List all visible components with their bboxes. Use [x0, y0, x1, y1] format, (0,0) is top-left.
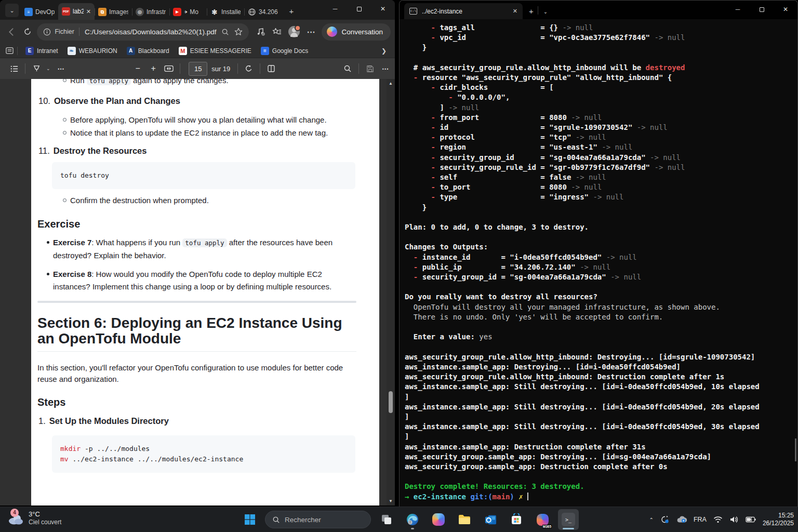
terminal-title-bar: c:\ ../ec2-instance ✕ + ⌄ ─ ✕ — [400, 1, 797, 19]
scrollbar-thumb[interactable] — [389, 391, 393, 413]
tab-label: lab2 — [73, 8, 84, 15]
save-icon[interactable] — [362, 61, 378, 76]
volume-icon[interactable] — [729, 515, 739, 524]
terminal-text-run: -> null — [654, 33, 685, 42]
onedrive-icon[interactable] — [676, 516, 687, 523]
info-icon[interactable] — [43, 28, 51, 36]
back-button[interactable] — [4, 24, 20, 39]
terminal-line: Enter a value: yes — [405, 332, 797, 342]
settings-more-icon[interactable]: ⋯ — [307, 27, 315, 37]
taskbar-terminal-icon[interactable]: >_ — [558, 509, 579, 530]
browser-tab-youtube[interactable]: ▶ 🕩 Mo — [169, 4, 207, 20]
terminal-text-run: -> null — [576, 133, 606, 141]
terminal-line: - vpc_id = "vpc-0c3ae3775e62f7846" -> nu… — [405, 33, 797, 43]
browser-tab-installer[interactable]: ✻ Installe — [207, 4, 244, 20]
pdf-more-icon[interactable]: ⋯ — [382, 65, 389, 73]
taskbar-copilot-icon[interactable] — [428, 509, 449, 530]
zoom-out-icon[interactable]: − — [130, 61, 145, 76]
scroll-up-arrow[interactable]: ▲ — [387, 81, 395, 86]
close-button[interactable]: ✕ — [371, 0, 395, 18]
terminal-text-run: ) — [510, 493, 518, 501]
pdf-scrollbar[interactable]: ▲ ▼ — [387, 79, 395, 506]
doc-numbered-heading: 11.Destroy the Resources — [38, 144, 356, 157]
bookmark-intranet[interactable]: E Intranet — [21, 45, 63, 57]
terminal-line: OpenTofu will destroy all your managed i… — [405, 302, 797, 312]
scroll-down-arrow[interactable]: ▼ — [387, 499, 395, 503]
page-number-input[interactable]: 15 — [189, 62, 207, 76]
address-url[interactable]: C:/Users/oisas/Downloads/lab2%20(1).pdf — [85, 28, 221, 36]
toolbar-icons: ⋯ — [256, 26, 315, 37]
taskbar-m365-icon[interactable]: M365 — [532, 509, 553, 530]
tab-label: 34.206. — [259, 8, 278, 16]
collections-favorites-icon[interactable] — [272, 27, 282, 36]
taskbar-clock[interactable]: 15:25 26/12/2025 — [763, 512, 794, 527]
code-line: mkdir -p ../../modules — [60, 444, 347, 454]
taskbar-store-icon[interactable] — [506, 509, 527, 530]
terminal-line: - security_group_id = "sg-004ea7a66a1a79… — [405, 272, 797, 282]
taskbar-outlook-icon[interactable] — [480, 509, 501, 530]
bookmark-webaurion[interactable]: ❧ WEBAURION — [63, 45, 122, 57]
terminal-line: aws_instance.sample_app: Still destroyin… — [405, 382, 797, 392]
tab-close-icon[interactable]: ✕ — [86, 8, 91, 15]
search-in-page-icon[interactable] — [221, 28, 229, 36]
terminal-tab[interactable]: c:\ ../ec2-instance ✕ — [404, 3, 523, 19]
taskbar-search[interactable]: Rechercher — [265, 511, 371, 528]
weather-description: Ciel couvert — [29, 518, 61, 526]
bookmark-google-docs[interactable]: ≡ Google Docs — [256, 45, 313, 57]
favorite-star-icon[interactable] — [234, 28, 243, 36]
minimize-button[interactable]: ─ — [323, 0, 347, 18]
weather-widget[interactable]: 4 3°C Ciel couvert — [7, 510, 61, 526]
media-control-icon[interactable] — [256, 27, 265, 36]
terminal-text-run: - — [431, 163, 435, 171]
zoom-in-icon[interactable]: + — [145, 61, 161, 76]
terminal-maximize-button[interactable] — [750, 1, 774, 18]
terminal-scrollbar-thumb[interactable] — [795, 438, 796, 461]
refresh-button[interactable] — [20, 24, 35, 39]
text-run: tofu destroy — [60, 171, 109, 179]
bookmark-messagerie[interactable]: M ESIEE MESSAGERIE — [174, 45, 256, 57]
fit-width-icon[interactable] — [161, 61, 177, 76]
pdf-more-tools-icon[interactable]: ⋯ — [58, 65, 64, 73]
taskbar-explorer-icon[interactable] — [454, 509, 475, 530]
address-bar[interactable]: Fichier C:/Users/oisas/Downloads/lab2%20… — [37, 23, 249, 41]
bookmarks-overflow-chevron[interactable]: ❯ — [381, 47, 390, 55]
wifi-icon[interactable] — [713, 516, 723, 523]
draw-dropdown-chevron[interactable]: ⌄ — [46, 66, 50, 71]
toc-icon[interactable] — [6, 61, 22, 76]
battery-icon[interactable] — [746, 516, 756, 523]
rotate-icon[interactable] — [241, 61, 257, 76]
terminal-text-run: aws_instance.sample_app: Destroying... [… — [405, 363, 681, 371]
start-button[interactable] — [240, 509, 260, 530]
profile-avatar[interactable] — [288, 26, 300, 37]
terminal-text-run: ✗ — [518, 493, 527, 501]
terminal-line: aws_instance.sample_app: Still destroyin… — [405, 422, 797, 432]
draw-highlight-icon[interactable] — [29, 61, 44, 76]
terminal-new-tab-button[interactable]: + — [529, 7, 534, 16]
update-sync-icon[interactable] — [660, 515, 670, 524]
task-view-button[interactable] — [376, 509, 397, 530]
pdf-search-icon[interactable] — [340, 61, 355, 76]
page-view-icon[interactable] — [263, 61, 279, 76]
taskbar-edge-icon[interactable] — [402, 509, 423, 530]
terminal-dropdown-button[interactable]: ⌄ — [543, 9, 548, 15]
copilot-conversation-button[interactable]: Conversation — [322, 23, 391, 41]
new-tab-button[interactable]: + — [285, 4, 298, 18]
terminal-content[interactable]: - tags_all = {} -> null - vpc_id = "vpc-… — [400, 19, 797, 502]
browser-tab-devops[interactable]: ≡ DevOps — [21, 4, 58, 20]
terminal-tab-close-icon[interactable]: ✕ — [513, 8, 517, 15]
terminal-minimize-button[interactable]: ─ — [726, 1, 750, 18]
maximize-button[interactable] — [347, 0, 371, 18]
tray-chevron-icon[interactable]: ⌃ — [649, 517, 654, 523]
bookmark-blackboard[interactable]: A Blackboard — [122, 45, 174, 57]
browser-tab-pdf-active[interactable]: PDF lab2 ✕ — [58, 3, 95, 20]
browser-tab-infrastructure[interactable]: ◎ Infrastr — [132, 4, 169, 20]
tab-label: Images — [109, 8, 128, 16]
terminal-line — [405, 53, 797, 63]
browser-tab-images[interactable]: ⧉ Images — [95, 4, 132, 20]
browser-tab-ip[interactable]: 34.206. — [244, 4, 282, 20]
language-indicator[interactable]: FRA — [694, 516, 707, 523]
terminal-close-button[interactable]: ✕ — [774, 1, 797, 18]
tab-audio-icon[interactable]: 🕩 — [184, 9, 187, 15]
collections-panel-icon[interactable] — [5, 46, 14, 55]
tab-search-menu-button[interactable]: ⌄ — [5, 4, 19, 17]
